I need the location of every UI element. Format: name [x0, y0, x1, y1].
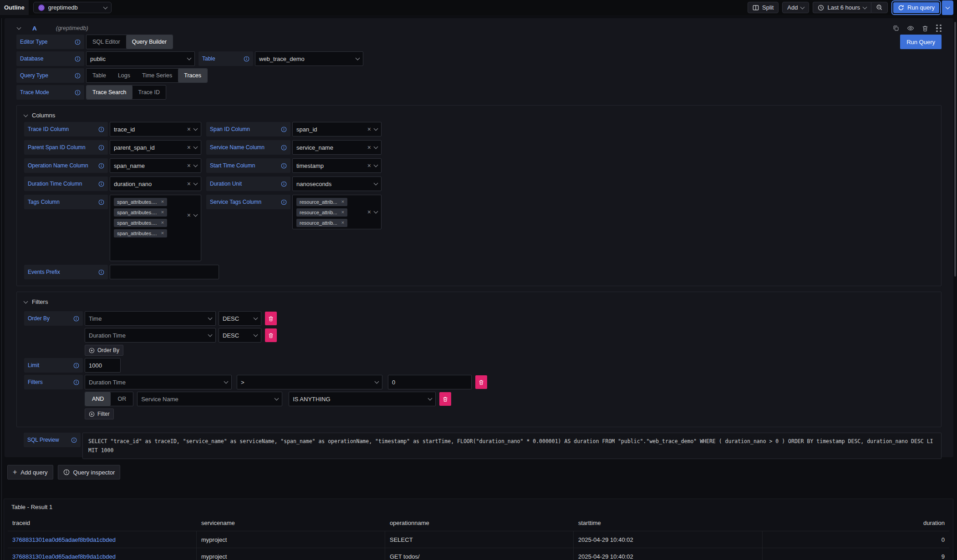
events-prefix-input[interactable]: [110, 265, 219, 279]
remove-order-by-button-1[interactable]: [265, 312, 277, 325]
remove-chip-icon[interactable]: ×: [161, 231, 164, 236]
duplicate-query-icon[interactable]: [893, 25, 899, 31]
remove-chip-icon[interactable]: ×: [161, 210, 164, 215]
tag-chip[interactable]: span_attributes....×: [114, 208, 167, 217]
columns-section-header[interactable]: Columns: [24, 108, 934, 122]
info-icon[interactable]: [75, 39, 81, 45]
split-button[interactable]: Split: [748, 2, 779, 13]
tags-column-multiselect[interactable]: span_attributes....× span_attributes....…: [110, 195, 201, 261]
filter-operator-select-2[interactable]: IS ANYTHING: [289, 392, 436, 406]
service-name-column-select[interactable]: service_name×: [292, 140, 382, 155]
service-tag-chip[interactable]: resource_attrib...×: [296, 198, 347, 206]
info-icon[interactable]: [75, 56, 81, 62]
query-type-option-time-series[interactable]: Time Series: [136, 69, 178, 82]
info-icon[interactable]: [281, 181, 287, 187]
clear-icon[interactable]: ×: [187, 144, 191, 151]
run-query-editor-button[interactable]: Run Query: [900, 35, 942, 49]
remove-chip-icon[interactable]: ×: [341, 210, 345, 215]
remove-filter-button-2[interactable]: [439, 392, 451, 406]
order-by-field-select-2[interactable]: Duration Time: [85, 328, 216, 343]
logic-option-and[interactable]: AND: [85, 392, 111, 406]
info-icon[interactable]: [98, 199, 104, 205]
filter-value-input[interactable]: [388, 375, 472, 389]
clear-icon[interactable]: ×: [187, 181, 191, 187]
filters-section-header[interactable]: Filters: [24, 295, 934, 308]
delete-query-icon[interactable]: [922, 25, 928, 32]
trace-mode-option-id[interactable]: Trace ID: [132, 86, 166, 99]
column-header-starttime[interactable]: starttime: [574, 515, 763, 531]
clear-all-icon[interactable]: ×: [187, 212, 191, 218]
info-icon[interactable]: [73, 363, 79, 368]
info-icon[interactable]: [281, 199, 287, 205]
trace-id-link[interactable]: 3768831301ea0d65adaef8b9da1cbded: [8, 548, 197, 560]
remove-filter-button-1[interactable]: [475, 375, 487, 389]
service-tag-chip[interactable]: resource_attrib...×: [296, 208, 347, 217]
info-icon[interactable]: [98, 145, 104, 151]
trace-id-column-select[interactable]: trace_id×: [110, 122, 201, 136]
editor-type-option-query-builder[interactable]: Query Builder: [126, 35, 173, 49]
info-icon[interactable]: [281, 145, 287, 151]
add-order-by-button[interactable]: Order By: [85, 345, 123, 356]
filter-field-select-2[interactable]: Service Name: [137, 392, 282, 406]
remove-order-by-button-2[interactable]: [265, 328, 277, 342]
remove-chip-icon[interactable]: ×: [161, 220, 164, 226]
table-select[interactable]: web_trace_demo: [255, 51, 363, 66]
info-icon[interactable]: [281, 126, 287, 132]
tag-chip[interactable]: span_attributes....×: [114, 219, 167, 227]
run-query-dropdown-button[interactable]: [942, 0, 953, 15]
clear-icon[interactable]: ×: [367, 144, 371, 151]
info-icon[interactable]: [98, 269, 104, 275]
query-type-option-traces[interactable]: Traces: [178, 69, 207, 82]
datasource-picker[interactable]: greptimedb: [33, 2, 112, 13]
remove-chip-icon[interactable]: ×: [341, 220, 345, 226]
span-id-column-select[interactable]: span_id×: [292, 122, 382, 136]
run-query-button[interactable]: Run query: [893, 2, 939, 13]
info-icon[interactable]: [98, 181, 104, 187]
trace-id-link[interactable]: 3768831301ea0d65adaef8b9da1cbded: [8, 531, 197, 548]
clear-icon[interactable]: ×: [187, 162, 191, 169]
zoom-out-time-button[interactable]: [871, 2, 888, 13]
order-by-direction-select-2[interactable]: DESC: [219, 328, 261, 343]
logic-option-or[interactable]: OR: [111, 392, 133, 406]
collapse-row-icon[interactable]: [17, 25, 21, 30]
info-icon[interactable]: [75, 73, 81, 79]
time-range-picker[interactable]: Last 6 hours: [813, 2, 871, 13]
operation-name-column-select[interactable]: span_name×: [110, 158, 201, 173]
filter-operator-select[interactable]: >: [237, 375, 382, 389]
editor-type-option-sql-editor[interactable]: SQL Editor: [87, 35, 126, 49]
info-icon[interactable]: [75, 90, 81, 96]
column-header-traceid[interactable]: traceid: [8, 515, 197, 531]
service-tags-column-multiselect[interactable]: resource_attrib...× resource_attrib...× …: [292, 195, 382, 229]
drag-handle-icon[interactable]: [936, 25, 942, 32]
info-icon[interactable]: [244, 56, 249, 62]
info-icon[interactable]: [98, 163, 104, 169]
trace-mode-option-search[interactable]: Trace Search: [87, 86, 132, 99]
info-icon[interactable]: [73, 379, 79, 385]
info-icon[interactable]: [98, 126, 104, 132]
clear-icon[interactable]: ×: [367, 162, 371, 169]
add-button[interactable]: Add: [782, 2, 809, 13]
clear-icon[interactable]: ×: [187, 126, 191, 132]
clear-all-icon[interactable]: ×: [367, 209, 371, 215]
info-icon[interactable]: [281, 163, 287, 169]
tag-chip[interactable]: span_attributes....×: [114, 198, 167, 206]
add-query-button[interactable]: + Add query: [7, 465, 53, 479]
duration-time-column-select[interactable]: duration_nano×: [110, 177, 201, 191]
query-inspector-button[interactable]: Query inspector: [58, 465, 121, 479]
info-icon[interactable]: [73, 316, 79, 322]
vertical-scrollbar[interactable]: [954, 22, 956, 277]
order-by-field-select-1[interactable]: Time: [85, 311, 216, 326]
outline-button[interactable]: Outline: [0, 0, 29, 15]
database-select[interactable]: public: [86, 51, 195, 66]
column-header-servicename[interactable]: servicename: [197, 515, 385, 531]
remove-chip-icon[interactable]: ×: [161, 199, 164, 205]
column-header-duration[interactable]: duration: [763, 515, 949, 531]
start-time-column-select[interactable]: timestamp×: [292, 158, 382, 173]
hide-query-icon[interactable]: [907, 25, 914, 32]
column-header-operationname[interactable]: operationname: [385, 515, 574, 531]
remove-chip-icon[interactable]: ×: [341, 199, 345, 205]
limit-input[interactable]: [85, 358, 121, 373]
query-type-option-table[interactable]: Table: [87, 69, 112, 82]
info-icon[interactable]: [71, 437, 77, 443]
query-ref-id[interactable]: A: [32, 25, 37, 32]
